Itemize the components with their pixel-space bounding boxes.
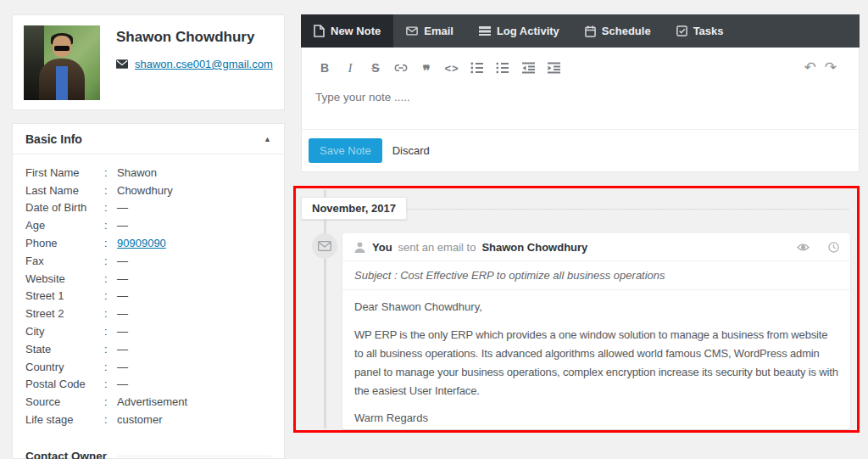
undo-icon[interactable]: ↶ xyxy=(804,61,816,75)
tab-log-activity[interactable]: Log Activity xyxy=(466,14,572,48)
info-colon: : xyxy=(104,343,117,355)
info-label: Street 2 xyxy=(25,307,104,320)
info-value: Shawon xyxy=(117,166,157,179)
info-row: Street 1:— xyxy=(25,288,271,305)
contact-owner-title: Contact Owner xyxy=(25,450,107,459)
email-activity-card: You sent an email to Shawon Chowdhury Su… xyxy=(342,233,850,429)
email-icon xyxy=(406,26,418,36)
info-colon: : xyxy=(104,378,117,390)
tab-label: Schedule xyxy=(602,25,651,37)
link-icon[interactable] xyxy=(388,59,414,77)
info-row: Date of Birth:— xyxy=(25,199,271,217)
info-colon: : xyxy=(104,289,117,302)
bullet-list-icon[interactable] xyxy=(465,59,490,77)
info-label: Age xyxy=(25,219,104,232)
info-row: Street 2:— xyxy=(25,305,271,322)
info-row: Postal Code:— xyxy=(25,376,271,394)
profile-photo xyxy=(24,25,100,100)
info-row: City:— xyxy=(25,322,271,340)
redo-icon[interactable]: ↷ xyxy=(825,61,837,75)
info-value: — xyxy=(117,255,128,267)
email-body: WP ERP is the only ERP which provides a … xyxy=(354,326,838,400)
tab-label: New Note xyxy=(331,25,381,37)
blockquote-icon[interactable]: ❞ xyxy=(414,59,439,77)
contact-email-link[interactable]: shawon.cse001@gmail.com xyxy=(135,58,273,70)
info-value: — xyxy=(117,307,128,320)
info-label: State xyxy=(25,343,104,355)
info-label: Website xyxy=(25,272,104,285)
info-colon: : xyxy=(104,166,117,179)
timeline-line xyxy=(324,190,326,428)
outdent-icon[interactable] xyxy=(515,59,541,77)
email-greeting: Dear Shawon Chowdhury, xyxy=(354,298,838,316)
timeline-section: November, 2017 You sent an email to Shaw… xyxy=(293,186,860,433)
info-value: Chowdhury xyxy=(117,184,173,197)
info-label: Source xyxy=(25,395,104,408)
info-colon: : xyxy=(104,272,117,285)
info-colon: : xyxy=(104,395,117,408)
bold-icon[interactable]: B xyxy=(312,59,337,77)
info-row: Country:— xyxy=(25,358,271,376)
info-value: — xyxy=(117,272,128,285)
email-signoff: Warm Regards xyxy=(354,409,838,428)
info-row: Life stage:customer xyxy=(25,411,271,428)
info-row: First Name:Shawon xyxy=(25,164,271,182)
info-colon: : xyxy=(104,219,117,232)
discard-button[interactable]: Discard xyxy=(392,144,430,157)
info-label: Phone xyxy=(25,237,104,249)
timestamp-clock-icon[interactable] xyxy=(828,242,839,253)
save-note-button[interactable]: Save Note xyxy=(309,138,382,163)
basic-info-rows: First Name:ShawonLast Name:ChowdhuryDate… xyxy=(13,154,284,428)
timeline-month-label: November, 2017 xyxy=(301,197,407,220)
tab-schedule[interactable]: Schedule xyxy=(572,14,664,48)
info-label: Life stage xyxy=(25,413,104,426)
info-row: Website:— xyxy=(25,270,271,288)
note-icon xyxy=(314,25,325,37)
profile-card: Shawon Chowdhury shawon.cse001@gmail.com xyxy=(12,14,285,110)
indent-icon[interactable] xyxy=(541,59,566,77)
tab-new-note[interactable]: New Note xyxy=(301,14,393,48)
info-value: — xyxy=(117,289,128,302)
email-badge-icon xyxy=(312,233,337,259)
note-editor-card: BIS❞<>↶↷ Type your note ..... Save Note … xyxy=(301,48,860,172)
collapse-arrow-icon[interactable]: ▲ xyxy=(264,135,271,143)
code-icon[interactable]: <> xyxy=(439,59,465,77)
log-icon xyxy=(479,26,491,36)
italic-icon[interactable]: I xyxy=(337,59,363,77)
tab-label: Tasks xyxy=(693,25,724,37)
strikethrough-icon[interactable]: S xyxy=(363,59,388,77)
tab-email[interactable]: Email xyxy=(393,14,466,48)
ordered-list-icon[interactable] xyxy=(490,59,515,77)
info-row: State:— xyxy=(25,340,271,358)
entry-target: Shawon Chowdhury xyxy=(481,241,587,254)
divider xyxy=(117,456,271,456)
info-value: — xyxy=(117,343,128,355)
basic-info-title: Basic Info xyxy=(25,132,82,146)
info-value: — xyxy=(117,378,128,390)
tab-label: Log Activity xyxy=(497,25,559,37)
entry-action: sent an email to xyxy=(398,241,476,254)
info-colon: : xyxy=(104,237,117,249)
tab-tasks[interactable]: Tasks xyxy=(664,14,737,48)
info-value: — xyxy=(117,325,128,338)
info-label: Postal Code xyxy=(25,378,104,390)
tab-label: Email xyxy=(424,25,453,37)
note-input[interactable]: Type your note ..... xyxy=(302,77,859,117)
phone-link[interactable]: 90909090 xyxy=(117,237,166,249)
avatar-icon xyxy=(353,241,366,254)
activity-tabbar: New NoteEmailLog ActivityScheduleTasks xyxy=(301,14,860,48)
info-colon: : xyxy=(104,201,117,214)
info-label: Fax xyxy=(25,255,104,267)
info-value: — xyxy=(117,219,128,232)
info-row: Source:Advertisement xyxy=(25,393,271,411)
info-label: City xyxy=(25,325,104,338)
info-label: Date of Birth xyxy=(25,201,104,214)
info-value: — xyxy=(117,361,128,373)
info-row: Fax:— xyxy=(25,252,271,270)
info-label: First Name xyxy=(25,166,104,179)
dotted-divider xyxy=(405,209,849,210)
info-label: Country xyxy=(25,361,104,373)
info-row: Phone:90909090 xyxy=(25,234,271,252)
info-label: Last Name xyxy=(25,184,104,197)
view-eye-icon[interactable] xyxy=(797,243,810,252)
